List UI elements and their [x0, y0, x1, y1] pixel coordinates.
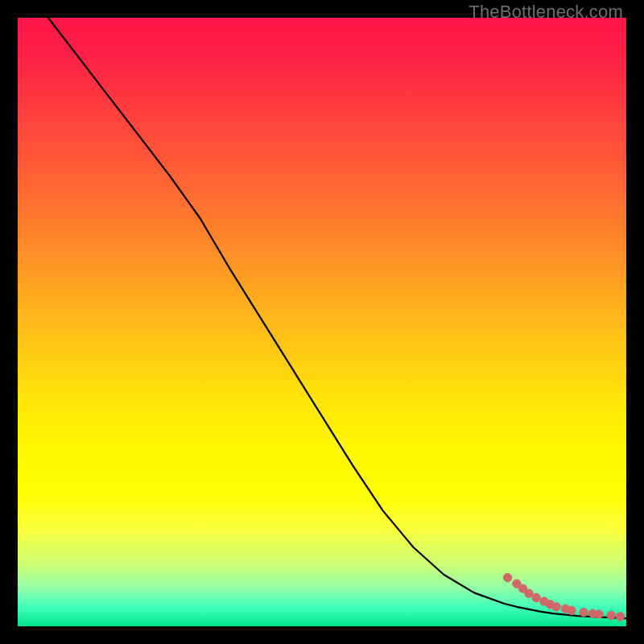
data-dot [595, 610, 603, 618]
data-dot [503, 573, 511, 581]
data-dot [525, 589, 533, 597]
data-dot [580, 608, 588, 616]
data-dot [568, 606, 576, 614]
chart-overlay-svg [18, 18, 626, 626]
bottleneck-curve [48, 18, 626, 618]
data-dot [552, 603, 560, 611]
chart-stage: TheBottleneck.com [0, 0, 644, 644]
data-dots-group [503, 573, 624, 621]
data-dot [607, 611, 615, 619]
data-dot [532, 593, 540, 601]
data-dot [616, 613, 624, 621]
chart-plot-area [18, 18, 626, 626]
